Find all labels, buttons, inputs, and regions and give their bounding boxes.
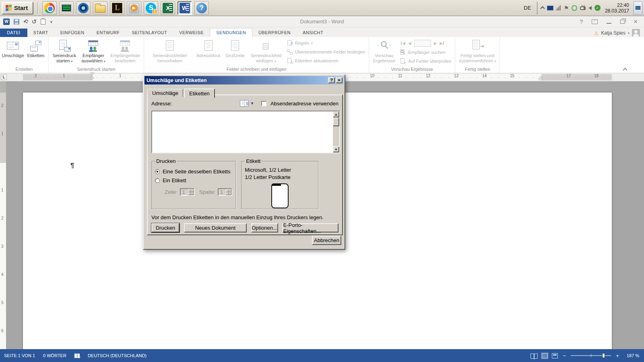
minimize-button[interactable]	[607, 23, 611, 24]
save-button[interactable]	[14, 19, 19, 25]
umschlaege-button[interactable]: Umschläge	[1, 37, 25, 66]
restore-button[interactable]	[620, 20, 625, 24]
seriendruckfelder-hervorheben-button: Seriendruckfelder hervorheben	[145, 37, 194, 66]
group-fertig-stellen: ➜ Fertig stellen und zusammenführen ▾ Fe…	[455, 37, 500, 73]
scrollbar-thumb[interactable]	[333, 117, 339, 126]
language-indicator[interactable]: DE	[520, 3, 534, 12]
proofing-icon[interactable]	[74, 354, 80, 358]
taskbar-right: DE ⚑ ✓ 22:40 28.03.2017	[520, 0, 642, 16]
taskbar-word-button[interactable]: W	[178, 1, 192, 15]
empfaenger-auswaehlen-button[interactable]: Empfänger auswählen ▾	[79, 37, 108, 66]
finish-merge-icon: ➜	[471, 39, 484, 52]
label-preview-image	[271, 183, 289, 208]
absenderadresse-checkbox[interactable]	[261, 101, 266, 106]
excel-icon: X	[163, 3, 173, 13]
match-fields-icon: ↕	[287, 49, 293, 55]
address-textarea[interactable]	[151, 111, 340, 153]
tray-flag-icon[interactable]: ⚑	[564, 5, 569, 11]
taskbar-separator	[37, 2, 38, 14]
taskbar-disc-app-button[interactable]	[76, 1, 91, 15]
tray-volume-icon[interactable]	[588, 6, 592, 10]
tab-sendungen[interactable]: SENDUNGEN	[210, 28, 252, 37]
dialog-help-button[interactable]: ?	[328, 77, 335, 83]
group-label-vorschau: Vorschau Ergebnisse	[370, 66, 454, 73]
scroll-up-button[interactable]	[333, 111, 339, 117]
zoom-level[interactable]: 187 %	[624, 353, 639, 358]
indent-marker[interactable]	[90, 72, 94, 81]
close-button[interactable]: ×	[634, 18, 638, 25]
zoom-out-button[interactable]: −	[562, 353, 567, 359]
tray-signal-icon[interactable]	[556, 5, 561, 10]
tray-update-icon[interactable]	[572, 5, 577, 11]
taskbar-help-button[interactable]: ?	[194, 1, 209, 15]
paste-options-button[interactable]	[41, 19, 45, 25]
address-book-icon[interactable]	[240, 100, 249, 107]
taskbar-league-button[interactable]: L	[110, 1, 124, 15]
zoom-slider[interactable]	[571, 355, 611, 356]
redo-button[interactable]: ↺	[32, 19, 37, 25]
undo-button[interactable]: ↶▾	[23, 18, 28, 25]
tab-verweise[interactable]: VERWEISE	[173, 29, 210, 37]
window-title: Dokument3 - Word	[0, 19, 644, 25]
tab-seitenlayout[interactable]: SEITENLAYOUT	[126, 29, 173, 37]
avatar[interactable]	[632, 29, 640, 37]
taskbar-clock[interactable]: 22:40 28.03.2017	[603, 2, 631, 14]
taskbar-excel-button[interactable]: X	[161, 1, 175, 15]
web-layout-button[interactable]	[552, 353, 558, 358]
language-status[interactable]: DEUTSCH (DEUTSCHLAND)	[88, 353, 147, 358]
word-count[interactable]: 0 WÖRTER	[43, 353, 66, 358]
start-button[interactable]: Start	[2, 2, 33, 14]
tab-ansicht[interactable]: ANSICHT	[297, 29, 329, 37]
dialog-close-button[interactable]: ×	[336, 77, 343, 83]
radio-selected-icon[interactable]	[155, 169, 160, 174]
tray-expand-icon[interactable]	[541, 6, 545, 10]
neues-dokument-button[interactable]: Neues Dokument	[184, 223, 246, 232]
scroll-down-button[interactable]	[333, 146, 339, 152]
seriendruck-starten-button[interactable]: Seriendruck starten ▾	[50, 37, 79, 66]
collapse-ribbon-button[interactable]	[623, 68, 627, 70]
dialog-title-bar[interactable]: Umschläge und Etiketten ? ×	[144, 76, 344, 84]
dialog-tab-umschlaege[interactable]: Umschläge	[147, 89, 183, 97]
taskbar-remote-viewer-button[interactable]	[59, 1, 74, 15]
customize-qat-button[interactable]: —▾	[50, 20, 53, 23]
account-area[interactable]: ⚠ Katja Spies ▾	[594, 29, 644, 37]
drucken-button[interactable]: Drucken	[151, 223, 180, 232]
etikett-group-title: Etikett	[245, 158, 262, 164]
taskbar-chrome-button[interactable]	[42, 1, 57, 15]
help-icon: ?	[196, 3, 207, 13]
tab-einfuegen[interactable]: EINFÜGEN	[54, 29, 91, 37]
tab-datei[interactable]: DATEI	[0, 29, 27, 37]
show-desktop-button[interactable]	[634, 1, 642, 15]
option-full-page[interactable]: Eine Seite desselben Etiketts	[155, 169, 232, 175]
etiketten-button[interactable]: Etiketten	[25, 37, 47, 66]
tab-stop-selector[interactable]: L	[1, 74, 7, 80]
ribbon-display-options-button[interactable]: ⌃	[592, 19, 598, 24]
right-indent-marker[interactable]	[539, 76, 543, 80]
tray-security-icon[interactable]: ✓	[594, 5, 601, 11]
optionen-button[interactable]: Optionen...	[251, 223, 278, 232]
page-indicator[interactable]: SEITE 1 VON 1	[4, 353, 35, 358]
taskbar-file-explorer-button[interactable]	[93, 1, 107, 15]
tab-ueberpruefen[interactable]: ÜBERPRÜFEN	[252, 29, 297, 37]
taskbar-skype-button[interactable]: S 1	[144, 1, 158, 15]
address-book-dropdown-icon[interactable]: ▼	[250, 101, 254, 105]
option-single-label[interactable]: Ein Etikett	[155, 177, 232, 183]
taskbar-media-player-button[interactable]	[127, 1, 141, 15]
tray-network-monitor-icon[interactable]	[547, 6, 553, 10]
dialog-tab-etiketten[interactable]: Etiketten	[184, 88, 215, 98]
print-layout-button[interactable]	[542, 353, 548, 358]
radio-unselected-icon[interactable]	[155, 178, 160, 183]
ruler-number: 1	[1, 188, 4, 192]
zoom-slider-thumb[interactable]	[602, 353, 605, 358]
help-titlebar-button[interactable]: ?	[580, 19, 583, 25]
tab-entwurf[interactable]: ENTWURF	[91, 29, 126, 37]
address-scrollbar[interactable]	[333, 111, 339, 152]
tab-start[interactable]: START	[27, 29, 54, 37]
read-mode-button[interactable]	[530, 353, 538, 358]
envelopes-labels-dialog: Umschläge und Etiketten ? × Umschläge Et…	[143, 74, 345, 250]
zoom-in-button[interactable]: +	[615, 353, 620, 359]
abbrechen-button[interactable]: Abbrechen	[312, 236, 341, 245]
seriendruckfeld-einfuegen-button: Seriendruckfeld einfügen ▾	[248, 37, 285, 66]
disc-app-icon	[78, 3, 89, 13]
eporto-eigenschaften-button[interactable]: E-Porto-Eigenschaften...	[283, 223, 339, 232]
